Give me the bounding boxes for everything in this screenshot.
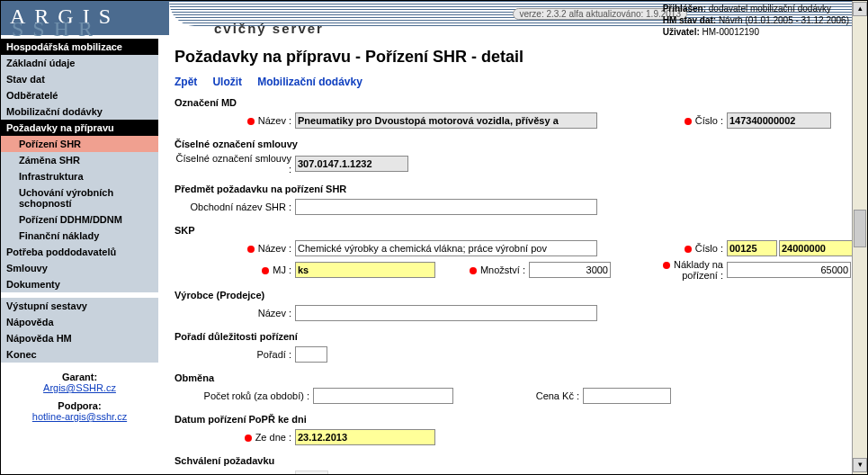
years-label: Počet roků (za období) : <box>174 390 313 401</box>
cost-field[interactable] <box>727 262 851 278</box>
sidebar: Hospodářská mobilizace Základní údaje St… <box>1 39 158 475</box>
nav-ddhm[interactable]: Pořízení DDHM/DDNM <box>1 211 158 228</box>
contract-field[interactable] <box>295 156 408 172</box>
trade-field[interactable] <box>295 199 597 215</box>
section-priority: Pořadí důležitosti pořízení <box>174 331 856 342</box>
main-content: Požadavky na přípravu - Pořízení SHR - d… <box>158 39 867 475</box>
mj-field[interactable] <box>295 262 435 278</box>
nav-mob-dodavky[interactable]: Mobilizační dodávky <box>1 103 158 120</box>
scroll-thumb[interactable] <box>854 210 866 247</box>
page-title: Požadavky na přípravu - Pořízení SHR - d… <box>174 48 856 67</box>
login-info: Přihlášen: dodavatel mobilizační dodávky… <box>663 3 849 38</box>
skp-name-field[interactable] <box>295 240 597 256</box>
section-contract: Číselné označení smlouvy <box>174 139 856 149</box>
nav-odberatele[interactable]: Odběratelé <box>1 87 158 103</box>
price-label: Cena Kč : <box>453 390 583 401</box>
skp-num-label: Číslo : <box>651 243 727 254</box>
nav-smlouvy[interactable]: Smlouvy <box>1 260 158 276</box>
section-skp: SKP <box>174 225 856 236</box>
action-md[interactable]: Mobilizační dodávky <box>257 76 362 88</box>
skp-num1-field[interactable] <box>727 240 777 256</box>
nav-infrastruktura[interactable]: Infrastruktura <box>1 168 158 184</box>
server-label: cvičný server <box>214 21 324 36</box>
md-name-label: Název : <box>174 115 295 126</box>
cost-label: Náklady na pořízení : <box>651 259 727 281</box>
nav-porizeni-shr[interactable]: Pořízení SHR <box>1 136 158 152</box>
nav-stav-dat[interactable]: Stav dat <box>1 71 158 87</box>
md-num-label: Číslo : <box>651 115 727 126</box>
nav-napoveda-hm[interactable]: Nápověda HM <box>1 330 158 346</box>
years-field[interactable] <box>313 388 453 404</box>
md-num-field[interactable] <box>727 112 831 129</box>
app-logo: ARGIS SSHR <box>1 1 169 35</box>
scroll-up-icon[interactable]: ▴ <box>853 2 867 16</box>
nav-fin-naklady[interactable]: Finanční náklady <box>1 228 158 244</box>
qty-label: Množství : <box>435 264 529 275</box>
action-save[interactable]: Uložit <box>212 76 242 88</box>
skp-num2-field[interactable] <box>779 240 856 256</box>
section-mfr: Výrobce (Prodejce) <box>174 290 856 300</box>
podpora-link[interactable]: hotline-argis@sshr.cz <box>32 411 127 422</box>
section-obmena: Obměna <box>174 372 856 383</box>
nav-napoveda[interactable]: Nápověda <box>1 314 158 330</box>
nav-konec[interactable]: Konec <box>1 346 158 363</box>
scroll-down-icon[interactable]: ▾ <box>853 458 867 472</box>
skp-name-label: Název : <box>174 243 295 254</box>
section-md: Označení MD <box>174 97 856 108</box>
prio-label: Pořadí : <box>174 349 295 360</box>
nav-vystupni[interactable]: Výstupní sestavy <box>1 298 158 314</box>
nav-potreba[interactable]: Potřeba poddodavatelů <box>1 244 158 260</box>
contract-label: Číselné označení smlouvy : <box>174 153 295 175</box>
mfr-label: Název : <box>174 308 295 318</box>
nav-uchovani[interactable]: Uchování výrobních schopností <box>1 184 158 211</box>
date-label: Ze dne : <box>174 432 295 443</box>
price-field[interactable] <box>583 388 671 404</box>
sidebar-footer: Garant: Argis@SSHR.cz Podpora: hotline-a… <box>1 363 158 431</box>
version-pill: verze: 2.3.2 alfa aktualizováno: 1.9.201… <box>513 8 687 20</box>
nav-dokumenty[interactable]: Dokumenty <box>1 276 158 292</box>
prio-field[interactable] <box>295 346 327 363</box>
section-subject: Předmět požadavku na pořízení SHR <box>174 184 856 194</box>
date-field[interactable] <box>295 429 435 445</box>
mfr-field[interactable] <box>295 305 597 321</box>
nav-zamena-shr[interactable]: Záměna SHR <box>1 152 158 168</box>
garant-link[interactable]: Argis@SSHR.cz <box>43 382 116 393</box>
action-back[interactable]: Zpět <box>174 76 197 88</box>
section-date: Datum pořízení PoPŘ ke dni <box>174 414 856 425</box>
appr-select[interactable]: Ne <box>295 471 328 475</box>
qty-field[interactable] <box>529 262 611 278</box>
section-approval: Schválení požadavku <box>174 455 856 466</box>
nav-zakladni[interactable]: Základní údaje <box>1 55 158 71</box>
window-scrollbar[interactable]: ▴ ▾ <box>852 1 867 474</box>
mj-label: MJ : <box>174 264 295 275</box>
nav-group-pozadavky: Požadavky na přípravu <box>1 120 158 136</box>
trade-label: Obchodní název SHR : <box>174 202 295 212</box>
md-name-field[interactable] <box>295 112 597 129</box>
